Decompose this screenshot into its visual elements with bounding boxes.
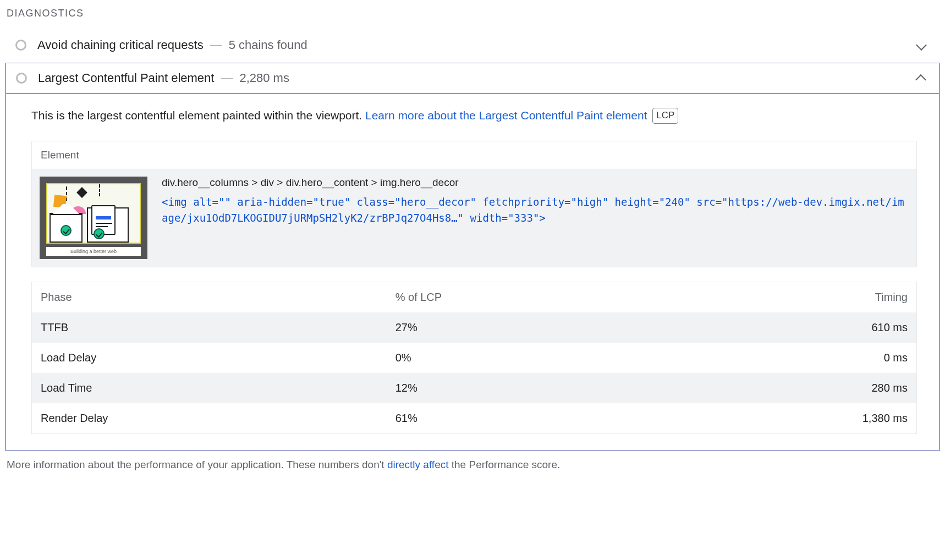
phase-timing: 610 ms <box>653 312 916 343</box>
col-timing: Timing <box>653 282 916 312</box>
audit-row-chain-critical-requests[interactable]: Avoid chaining critical requests — 5 cha… <box>6 30 939 61</box>
table-header-row: Phase % of LCP Timing <box>32 282 917 312</box>
info-circle-icon <box>15 40 26 51</box>
audit-title: Largest Contentful Paint element <box>38 71 214 85</box>
audit-meta: 2,280 ms <box>239 71 289 85</box>
table-row: Load Time 12% 280 ms <box>32 373 917 403</box>
phase-name: Load Time <box>32 373 387 403</box>
phase-pct: 27% <box>387 312 653 343</box>
em-dash-icon: — <box>221 71 233 85</box>
selector-path: div.hero__columns > div > div.hero__cont… <box>162 177 908 189</box>
table-row: TTFB 27% 610 ms <box>32 312 917 343</box>
chevron-up-icon <box>915 74 926 85</box>
em-dash-icon: — <box>210 38 222 52</box>
code-snippet: <img alt="" aria-hidden="true" class="he… <box>162 194 908 227</box>
audit-row-lcp-element[interactable]: Largest Contentful Paint element — 2,280… <box>6 63 939 94</box>
table-row: Render Delay 61% 1,380 ms <box>32 403 917 434</box>
learn-more-link[interactable]: Learn more about the Largest Contentful … <box>365 109 647 122</box>
phase-table: Phase % of LCP Timing TTFB 27% 610 ms Lo… <box>31 282 917 434</box>
audit-lcp-element: Largest Contentful Paint element — 2,280… <box>6 63 939 451</box>
footer-link[interactable]: directly affect <box>387 459 449 470</box>
table-row: Load Delay 0% 0 ms <box>32 343 917 373</box>
footer-note: More information about the performance o… <box>6 451 939 471</box>
phase-name: Load Delay <box>32 343 387 373</box>
element-thumbnail: Building a better web <box>40 177 147 259</box>
info-circle-icon <box>16 73 27 84</box>
thumbnail-caption: Building a better web <box>46 247 141 256</box>
col-pct: % of LCP <box>387 282 653 312</box>
audit-title: Avoid chaining critical requests <box>37 38 204 52</box>
section-header: DIAGNOSTICS <box>6 6 939 30</box>
element-card: Element Building a better <box>31 141 917 267</box>
phase-pct: 12% <box>387 373 653 403</box>
phase-timing: 280 ms <box>653 373 916 403</box>
phase-pct: 61% <box>387 403 653 434</box>
description-text: This is the largest contentful element p… <box>31 109 365 122</box>
audit-description: This is the largest contentful element p… <box>31 107 917 124</box>
chevron-down-icon <box>916 40 927 51</box>
phase-pct: 0% <box>387 343 653 373</box>
phase-timing: 0 ms <box>653 343 916 373</box>
phase-name: Render Delay <box>32 403 387 434</box>
phase-name: TTFB <box>32 312 387 343</box>
footer-pre: More information about the performance o… <box>7 459 387 470</box>
footer-post: the Performance score. <box>448 459 560 470</box>
element-card-header: Element <box>32 141 916 169</box>
col-phase: Phase <box>32 282 387 312</box>
audit-meta: 5 chains found <box>229 38 307 52</box>
phase-timing: 1,380 ms <box>653 403 916 434</box>
lcp-badge: LCP <box>652 108 678 124</box>
